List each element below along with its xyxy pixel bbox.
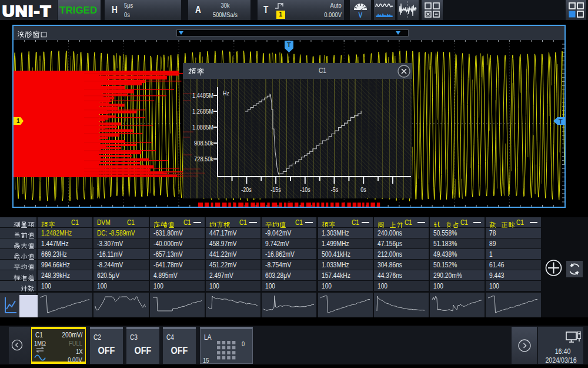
svg-text:T: T — [287, 41, 291, 48]
svg-text:1: 1 — [16, 118, 20, 124]
svg-text:T: T — [559, 118, 563, 125]
